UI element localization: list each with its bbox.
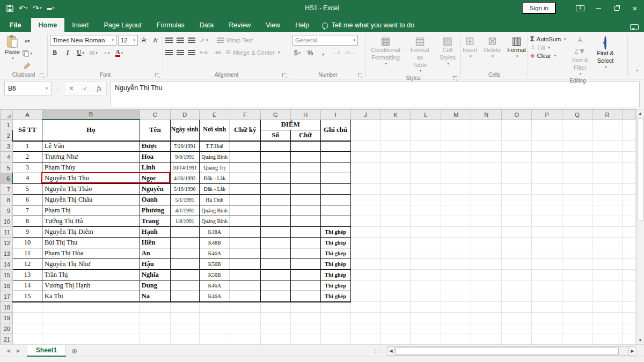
cell-K5[interactable] [380, 162, 411, 173]
cell-C10[interactable]: Trang [140, 216, 170, 227]
cell-P1[interactable] [532, 120, 562, 130]
cell-A21[interactable] [12, 334, 42, 345]
cell-Q15[interactable] [562, 270, 592, 280]
column-header-D[interactable]: D [170, 110, 199, 120]
align-top-icon[interactable] [165, 38, 173, 43]
cell-E13[interactable]: K46A [199, 248, 230, 259]
cell-E8[interactable]: Hà Tĩnh [199, 195, 230, 205]
cell-D15[interactable] [170, 270, 199, 280]
cell-K9[interactable] [380, 205, 411, 216]
cell-x20[interactable] [622, 323, 635, 334]
styles-dialog-launcher-icon[interactable] [453, 76, 457, 80]
cell-A10[interactable]: 8 [12, 216, 42, 227]
cell-O7[interactable] [502, 184, 532, 195]
cell-J9[interactable] [350, 205, 380, 216]
cell-L19[interactable] [411, 313, 441, 323]
ribbon-display-options-icon[interactable] [571, 0, 589, 16]
cell-I10[interactable] [320, 216, 350, 227]
clipboard-dialog-launcher-icon[interactable] [40, 73, 44, 77]
cell-P3[interactable] [532, 141, 562, 152]
cell-O18[interactable] [502, 302, 532, 313]
cell-C12[interactable]: Hiền [140, 238, 170, 248]
cell-H7[interactable] [290, 184, 320, 195]
cell-F12[interactable] [230, 238, 260, 248]
cell-D6[interactable]: 4/26/1992 [170, 173, 199, 184]
cell-E19[interactable] [199, 313, 230, 323]
cell-N18[interactable] [471, 302, 502, 313]
cell-A16[interactable]: 14 [12, 280, 42, 291]
column-header-P[interactable]: P [532, 110, 562, 120]
column-header-J[interactable]: J [350, 110, 380, 120]
cell-R20[interactable] [592, 323, 622, 334]
column-header-L[interactable]: L [411, 110, 441, 120]
cell-M14[interactable] [441, 259, 471, 270]
cell-O1[interactable] [502, 120, 532, 130]
cell-x15[interactable] [622, 270, 635, 280]
restore-icon[interactable] [608, 0, 626, 16]
cell-P21[interactable] [532, 334, 562, 345]
cell-x4[interactable] [622, 152, 635, 162]
cell-G5[interactable] [260, 162, 290, 173]
cell-I5[interactable] [320, 162, 350, 173]
cell-K6[interactable] [380, 173, 411, 184]
cell-O19[interactable] [502, 313, 532, 323]
cell-O8[interactable] [502, 195, 532, 205]
cell-Q16[interactable] [562, 280, 592, 291]
row-header-15[interactable]: 15 [1, 270, 13, 280]
cell-H2[interactable]: Chữ [290, 130, 320, 141]
cell-E21[interactable] [199, 334, 230, 345]
cell-H21[interactable] [290, 334, 320, 345]
cancel-entry-icon[interactable]: ✕ [64, 85, 78, 92]
cell-J10[interactable] [350, 216, 380, 227]
column-header-C[interactable]: C [140, 110, 170, 120]
horizontal-scroll-thumb[interactable] [396, 348, 619, 354]
clear-button[interactable]: ◈ Clear▾ [530, 52, 566, 59]
cell-A8[interactable]: 6 [12, 195, 42, 205]
cell-P14[interactable] [532, 259, 562, 270]
cell-H11[interactable] [290, 227, 320, 238]
cell-N13[interactable] [471, 248, 502, 259]
cell-M21[interactable] [441, 334, 471, 345]
cell-I19[interactable] [320, 313, 350, 323]
cell-N4[interactable] [471, 152, 502, 162]
cell-A3[interactable]: 1 [12, 141, 42, 152]
cell-H12[interactable] [290, 238, 320, 248]
row-header-11[interactable]: 11 [1, 227, 13, 238]
row-header-5[interactable]: 5 [1, 162, 13, 173]
cell-A13[interactable]: 11 [12, 248, 42, 259]
cell-R5[interactable] [592, 162, 622, 173]
cell-D12[interactable] [170, 238, 199, 248]
cell-Q13[interactable] [562, 248, 592, 259]
cell-M5[interactable] [441, 162, 471, 173]
cell-Q2[interactable] [562, 130, 592, 141]
cell-P18[interactable] [532, 302, 562, 313]
cell-L13[interactable] [411, 248, 441, 259]
cell-C5[interactable]: Linh [140, 162, 170, 173]
cell-E11[interactable]: K48A [199, 227, 230, 238]
cell-J17[interactable] [350, 291, 380, 302]
number-format-combo[interactable]: General▾ [292, 35, 358, 46]
row-header-4[interactable]: 4 [1, 152, 13, 162]
cell-G15[interactable] [260, 270, 290, 280]
cell-x10[interactable] [622, 216, 635, 227]
cell-B12[interactable]: Bùi Thị Thu [42, 238, 140, 248]
align-middle-icon[interactable] [177, 38, 184, 43]
cell-x2[interactable] [622, 130, 635, 141]
cell-K7[interactable] [380, 184, 411, 195]
cell-E9[interactable]: Quảng Bình [199, 205, 230, 216]
cut-icon[interactable]: ✂ [23, 36, 32, 46]
cell-C4[interactable]: Hoa [140, 152, 170, 162]
cell-P19[interactable] [532, 313, 562, 323]
cell-R14[interactable] [592, 259, 622, 270]
cell-I4[interactable] [320, 152, 350, 162]
cell-M15[interactable] [441, 270, 471, 280]
cell-x11[interactable] [622, 227, 635, 238]
cell-F19[interactable] [230, 313, 260, 323]
tab-insert[interactable]: Insert [64, 18, 96, 32]
cell-B9[interactable]: Phạm Thị [42, 205, 140, 216]
cell-L3[interactable] [411, 141, 441, 152]
cell-A11[interactable]: 9 [12, 227, 42, 238]
row-header-3[interactable]: 3 [1, 141, 13, 152]
cell-A5[interactable]: 3 [12, 162, 42, 173]
cell-K19[interactable] [380, 313, 411, 323]
